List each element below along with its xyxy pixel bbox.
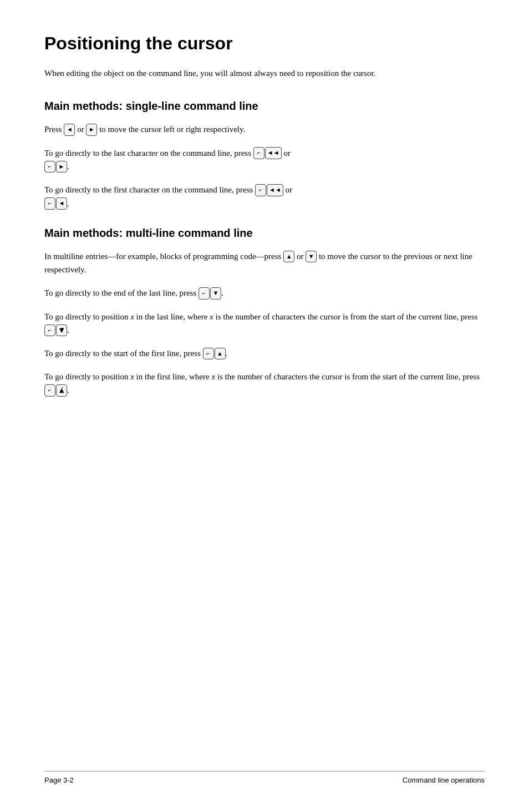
var-x2: x: [210, 312, 213, 321]
ctrl-icon-3: ⌐: [255, 184, 266, 196]
section2-para5: To go directly to position x in the firs…: [44, 370, 485, 397]
key-left-arrow: ◄: [64, 124, 75, 136]
var-x1: x: [130, 312, 134, 321]
section1-para3: To go directly to the first character on…: [44, 183, 485, 210]
var-x4: x: [211, 372, 215, 381]
section1-para2: To go directly to the last character on …: [44, 146, 485, 174]
key-ctrl-right: ⌐►: [44, 161, 67, 174]
key-ctrl-left: ⌐◄: [44, 198, 67, 210]
page: Positioning the cursor When editing the …: [0, 0, 529, 812]
double-right-icon: ◄◄: [265, 147, 282, 159]
key-ctrl-home: ⌐◄◄: [255, 185, 283, 197]
key-ctrl-up2: ⌐▲̂: [44, 385, 67, 397]
pg-down-icon2: ▼̄: [56, 324, 67, 337]
section2-para4: To go directly to the start of the first…: [44, 347, 485, 360]
section2-para1: In multiline entries—for example, blocks…: [44, 250, 485, 276]
key-ctrl-up: ⌐▲: [203, 348, 226, 361]
pgdown-icon: ▼: [210, 287, 221, 300]
section2-para3: To go directly to position x in the last…: [44, 310, 485, 337]
ctrl-icon-2: ⌐: [44, 161, 55, 173]
up-icon3: ▲̂: [56, 384, 67, 397]
down-arrow-icon: ▼: [306, 251, 317, 263]
section2-heading: Main methods: multi-line command line: [44, 227, 485, 240]
double-left-icon: ◄◄: [267, 184, 283, 196]
intro-paragraph: When editing the object on the command l…: [44, 67, 485, 80]
footer-page-number: Page 3-2: [44, 776, 74, 784]
arrow-left-icon: ◄: [64, 124, 75, 136]
key-ctrl-pgdn2: ⌐▼̄: [44, 325, 67, 337]
arrow-right-icon: ►: [86, 124, 97, 136]
ctrl-icon: ⌐: [253, 147, 264, 159]
section2-para2: To go directly to the end of the last li…: [44, 286, 485, 300]
page-title: Positioning the cursor: [44, 33, 485, 54]
ctrl-icon-8: ⌐: [44, 384, 55, 397]
left-icon: ◄: [56, 197, 67, 210]
section-multi-line: Main methods: multi-line command line In…: [44, 227, 485, 397]
key-right-arrow: ►: [86, 124, 97, 136]
page-footer: Page 3-2 Command line operations: [44, 771, 485, 784]
up-icon2: ▲: [215, 348, 226, 360]
ctrl-icon-4: ⌐: [44, 197, 55, 210]
section1-heading: Main methods: single-line command line: [44, 100, 485, 113]
var-x3: x: [130, 372, 134, 381]
ctrl-icon-7: ⌐: [203, 348, 214, 360]
ctrl-icon-6: ⌐: [44, 324, 55, 337]
section1-para1: Press ◄ or ► to move the cursor left or …: [44, 123, 485, 136]
key-ctrl-pgdown: ⌐▼: [199, 288, 221, 300]
key-down-arrow: ▼: [306, 251, 317, 263]
key-up-arrow: ▲: [283, 251, 294, 263]
key-ctrl-end: ⌐◄◄: [253, 148, 282, 160]
footer-section-name: Command line operations: [403, 776, 485, 784]
right-icon: ►: [56, 161, 67, 173]
ctrl-icon-5: ⌐: [199, 287, 210, 300]
up-arrow-icon: ▲: [283, 251, 294, 263]
section-single-line: Main methods: single-line command line P…: [44, 100, 485, 210]
